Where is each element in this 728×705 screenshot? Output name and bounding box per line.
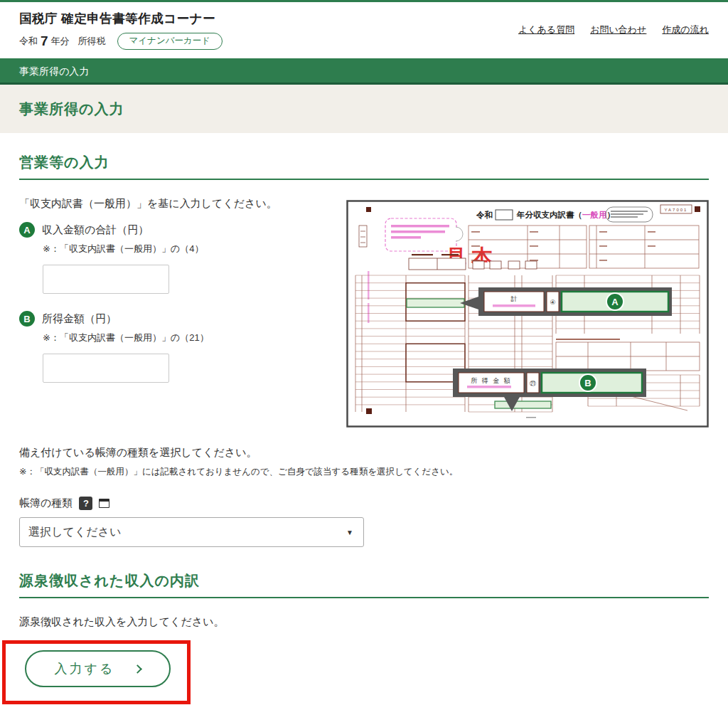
callout-a-badge: A bbox=[611, 297, 619, 307]
business-input-fields: 「収支内訳書（一般用）」を基に入力してください。 A 収入金額の合計（円） ※：… bbox=[19, 197, 346, 383]
withholding-instruction: 源泉徴収された収入を入力してください。 bbox=[19, 615, 709, 629]
tax-type-label: 所得税 bbox=[78, 35, 106, 48]
era-label: 令和 bbox=[19, 35, 38, 48]
input-button[interactable]: 入力する bbox=[25, 650, 171, 687]
mynumber-card-badge: マイナンバーカード bbox=[117, 33, 223, 50]
highlight-cell-b-target bbox=[495, 401, 551, 408]
badge-a: A bbox=[19, 222, 35, 238]
red-highlight-box: 入力する bbox=[2, 640, 191, 704]
form-title-era: 令和 bbox=[476, 210, 493, 220]
field-income-total: A 収入金額の合計（円） ※：「収支内訳書（一般用）」の（4） bbox=[19, 222, 339, 294]
main-content: 営業等の入力 「収支内訳書（一般用）」を基に入力してください。 A 収入金額の合… bbox=[0, 153, 728, 704]
page-title-band: 事業所得の入力 bbox=[0, 85, 728, 133]
income-total-input[interactable] bbox=[43, 265, 169, 294]
callout-b-label: 所 得 金 額 bbox=[471, 377, 512, 384]
year-suffix: 年分 bbox=[51, 35, 70, 48]
chevron-right-icon bbox=[134, 664, 143, 674]
highlight-cell-a-target bbox=[407, 299, 464, 307]
year-number: 7 bbox=[41, 33, 48, 49]
ledger-note: ※：「収支内訳書（一般用）」には記載されておりませんので、ご自身で該当する種類を… bbox=[19, 466, 709, 478]
callout-a-circled-number: ④ bbox=[550, 299, 555, 306]
header-links: よくある質問 お問い合わせ 作成の流れ bbox=[518, 23, 709, 36]
caret-down-icon: ▼ bbox=[346, 529, 353, 536]
link-faq[interactable]: よくある質問 bbox=[518, 23, 574, 36]
form-code: YA7001 bbox=[665, 208, 688, 212]
page-title: 事業所得の入力 bbox=[19, 100, 124, 119]
help-icon[interactable]: ? bbox=[79, 497, 92, 510]
field-income-amount: B 所得金額（円） ※：「収支内訳書（一般用）」の（21） bbox=[19, 311, 339, 383]
badge-b: B bbox=[19, 311, 35, 327]
callout-a-sum-label: 計 bbox=[511, 295, 518, 302]
new-window-icon[interactable] bbox=[99, 499, 109, 508]
pink-side-notes bbox=[368, 271, 370, 323]
sample-form-image: YA7001 見本 bbox=[346, 200, 709, 430]
callout-b-badge: B bbox=[584, 378, 591, 388]
field-a-label: 収入金額の合計（円） bbox=[42, 223, 149, 237]
link-flow[interactable]: 作成の流れ bbox=[662, 23, 709, 36]
ledger-type-label: 帳簿の種類 bbox=[19, 497, 73, 510]
ledger-instruction: 備え付けている帳簿の種類を選択してください。 bbox=[19, 446, 709, 460]
field-b-label: 所得金額（円） bbox=[42, 312, 117, 326]
section-heading-withholding: 源泉徴収された収入の内訳 bbox=[19, 571, 709, 598]
field-b-note: ※：「収支内訳書（一般用）」の（21） bbox=[43, 332, 339, 344]
field-a-note: ※：「収支内訳書（一般用）」の（4） bbox=[43, 243, 339, 255]
input-button-label: 入力する bbox=[55, 660, 115, 677]
ledger-type-select-value: 選択してください bbox=[28, 525, 121, 540]
ledger-type-select[interactable]: 選択してください ▼ bbox=[19, 517, 364, 547]
section-heading-business: 営業等の入力 bbox=[19, 153, 709, 180]
site-header: 国税庁 確定申告書等作成コーナー 令和 7 年分 所得税 マイナンバーカード よ… bbox=[0, 2, 728, 58]
callout-a: 計 ④ A bbox=[460, 287, 672, 316]
step-bar: 事業所得の入力 bbox=[0, 58, 728, 85]
business-instruction: 「収支内訳書（一般用）」を基に入力してください。 bbox=[19, 197, 339, 211]
form-title: 年分収支内訳書（一般用） bbox=[516, 211, 615, 220]
callout-b-circled-number: ㉑ bbox=[530, 380, 536, 387]
link-contact[interactable]: お問い合わせ bbox=[590, 23, 646, 36]
income-amount-input[interactable] bbox=[43, 354, 169, 383]
